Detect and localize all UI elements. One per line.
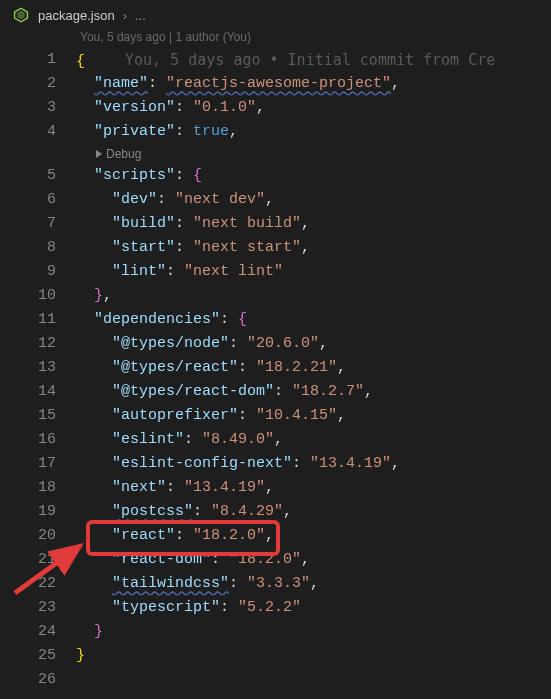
line-number: 14	[0, 380, 76, 404]
line-number: 2	[0, 72, 76, 96]
line-number: 22	[0, 572, 76, 596]
line-number: 15	[0, 404, 76, 428]
line-number: 17	[0, 452, 76, 476]
line-number: 13	[0, 356, 76, 380]
line-number: 8	[0, 236, 76, 260]
line-number: 3	[0, 96, 76, 120]
play-icon	[96, 150, 102, 158]
code-editor[interactable]: 1{You, 5 days ago • Initial commit from …	[0, 48, 551, 692]
line-number: 4	[0, 120, 76, 144]
line-number: 16	[0, 428, 76, 452]
line-number: 23	[0, 596, 76, 620]
tab-filename[interactable]: package.json	[38, 8, 115, 23]
chevron-right-icon: ›	[123, 8, 127, 23]
line-number: 26	[0, 668, 76, 692]
breadcrumb-bar: package.json › ...	[0, 0, 551, 30]
line-number: 21	[0, 548, 76, 572]
debug-codelens[interactable]: Debug	[0, 144, 551, 164]
line-number: 10	[0, 284, 76, 308]
line-number: 7	[0, 212, 76, 236]
line-number: 25	[0, 644, 76, 668]
line-number: 19	[0, 500, 76, 524]
git-blame-summary[interactable]: You, 5 days ago | 1 author (You)	[0, 30, 551, 48]
line-number: 20	[0, 524, 76, 548]
line-number: 9	[0, 260, 76, 284]
nodejs-icon	[12, 6, 30, 24]
inline-git-blame: You, 5 days ago • Initial commit from Cr…	[85, 51, 495, 69]
line-number: 6	[0, 188, 76, 212]
breadcrumb-more[interactable]: ...	[135, 8, 146, 23]
line-number: 12	[0, 332, 76, 356]
line-number: 1	[0, 48, 76, 72]
line-number: 18	[0, 476, 76, 500]
line-number: 11	[0, 308, 76, 332]
line-number: 24	[0, 620, 76, 644]
line-number: 5	[0, 164, 76, 188]
